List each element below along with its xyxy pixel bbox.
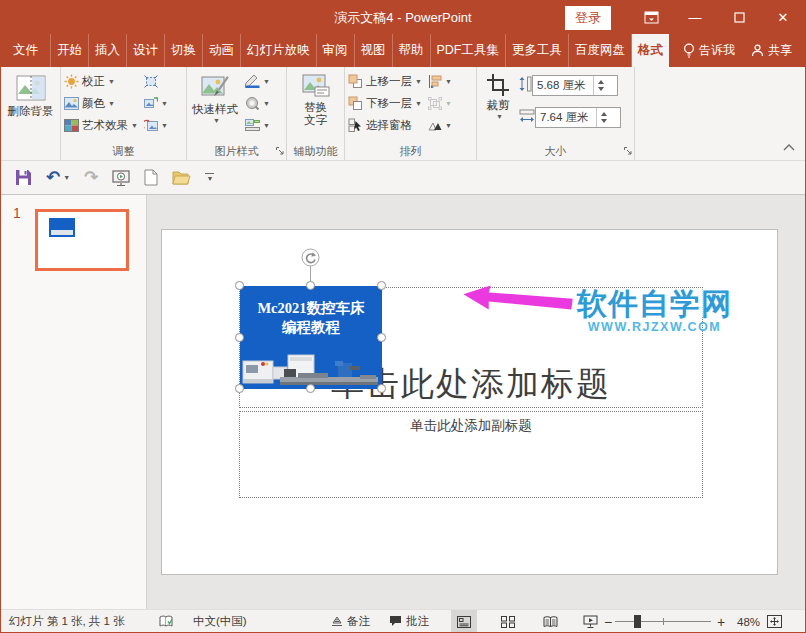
normal-view-button[interactable] — [451, 610, 477, 633]
open-folder-icon — [172, 170, 191, 185]
tab-transitions[interactable]: 切换 — [165, 34, 203, 67]
slideshow-play-icon — [112, 170, 130, 186]
resize-handle-bottom-center[interactable] — [306, 384, 315, 393]
reset-picture-button[interactable]: ▼ — [142, 114, 170, 136]
picture-layout-button[interactable]: ▼ — [243, 114, 272, 136]
slide-1-thumbnail[interactable] — [35, 209, 129, 271]
undo-button[interactable]: ↶▼ — [46, 170, 70, 186]
size-dialog-launcher-icon[interactable] — [624, 144, 632, 158]
tab-pdf-tools[interactable]: PDF工具集 — [431, 34, 507, 67]
ribbon-tab-row: 文件 开始 插入 设计 切换 动画 幻灯片放映 审阅 视图 帮助 PDF工具集 … — [1, 34, 805, 67]
zoom-percentage[interactable]: 48% — [737, 610, 760, 633]
thumbnail-picture — [49, 218, 75, 237]
close-button[interactable]: ✕ — [761, 1, 805, 34]
maximize-button[interactable] — [717, 1, 761, 34]
tab-more-tools[interactable]: 更多工具 — [506, 34, 569, 67]
picture-border-icon — [245, 74, 260, 88]
tab-design[interactable]: 设计 — [127, 34, 165, 67]
group-label-arrange: 排列 — [345, 144, 476, 159]
selected-picture[interactable]: Mc2021数控车床 编程教程 — [240, 286, 382, 389]
notes-button[interactable]: 备注 — [331, 610, 370, 633]
tab-baidu-netdisk[interactable]: 百度网盘 — [569, 34, 632, 67]
tab-home[interactable]: 开始 — [51, 34, 89, 67]
width-input[interactable] — [536, 111, 596, 123]
slideshow-view-button[interactable] — [577, 610, 603, 633]
customize-qat-icon[interactable]: ▼ — [205, 173, 214, 182]
ribbon-empty-space — [635, 67, 805, 160]
zoom-out-button[interactable]: − — [604, 610, 612, 633]
bring-forward-button[interactable]: 上移一层▼ — [347, 70, 422, 92]
resize-handle-middle-right[interactable] — [377, 333, 386, 342]
tab-view[interactable]: 视图 — [355, 34, 393, 67]
group-objects-icon — [428, 97, 442, 110]
artistic-effects-button[interactable]: 艺术效果▼ — [63, 114, 138, 136]
align-icon — [428, 75, 442, 88]
login-button[interactable]: 登录 — [565, 6, 611, 30]
zoom-slider-thumb[interactable] — [634, 615, 641, 628]
slide-number: 1 — [13, 205, 21, 221]
open-button[interactable] — [172, 170, 191, 185]
slide-sorter-view-button[interactable] — [495, 610, 521, 633]
zoom-in-button[interactable]: + — [717, 610, 725, 633]
new-document-button[interactable] — [144, 169, 158, 186]
picture-styles-dialog-launcher-icon[interactable] — [276, 144, 284, 158]
picture-border-button[interactable]: ▼ — [243, 70, 272, 92]
compress-picture-button[interactable] — [142, 70, 170, 92]
quick-styles-button[interactable]: 快速样式 ▼ — [189, 70, 241, 142]
notes-icon — [331, 615, 343, 628]
redo-button[interactable]: ↷ — [84, 170, 98, 186]
minimize-button[interactable]: — — [673, 1, 717, 34]
artistic-effects-icon — [63, 119, 79, 132]
width-spinner[interactable] — [596, 108, 610, 127]
bring-forward-icon — [347, 74, 363, 88]
tab-help[interactable]: 帮助 — [393, 34, 431, 67]
tab-animations[interactable]: 动画 — [203, 34, 241, 67]
resize-handle-top-center[interactable] — [306, 281, 315, 290]
height-spinner[interactable] — [593, 76, 607, 95]
shape-height-icon — [519, 76, 532, 95]
tab-file[interactable]: 文件 — [1, 34, 51, 67]
resize-handle-bottom-right[interactable] — [377, 384, 386, 393]
send-backward-icon — [347, 96, 363, 110]
collapse-ribbon-icon[interactable] — [783, 140, 795, 154]
start-from-beginning-button[interactable] — [112, 170, 130, 186]
resize-handle-bottom-left[interactable] — [235, 384, 244, 393]
align-button[interactable]: ▼ — [426, 70, 454, 92]
group-objects-button[interactable]: ▼ — [426, 92, 454, 114]
share-button[interactable]: 共享 — [743, 34, 800, 67]
subtitle-placeholder[interactable]: 单击此处添加副标题 — [239, 411, 703, 498]
height-input[interactable] — [533, 79, 593, 91]
selection-pane-button[interactable]: 选择窗格 — [347, 114, 422, 136]
spell-check-icon[interactable] — [159, 610, 174, 633]
rotation-handle[interactable] — [301, 248, 320, 270]
tell-me-box[interactable]: 告诉我 — [675, 34, 743, 67]
group-label-adjust: 调整 — [61, 144, 186, 159]
comments-button[interactable]: 批注 — [389, 610, 429, 633]
reading-view-button[interactable] — [537, 610, 563, 633]
send-backward-button[interactable]: 下移一层▼ — [347, 92, 422, 114]
logo-url-text: WWW.RJZXW.COM — [577, 321, 732, 334]
picture-effects-button[interactable]: ▼ — [243, 92, 272, 114]
corrections-button[interactable]: 校正▼ — [63, 70, 138, 92]
alt-text-button[interactable]: 替换 文字 — [289, 70, 342, 142]
remove-background-button[interactable]: 删除背景 — [3, 70, 58, 142]
save-button[interactable] — [15, 169, 32, 186]
language-indicator[interactable]: 中文(中国) — [193, 610, 247, 633]
resize-handle-top-right[interactable] — [377, 281, 386, 290]
color-button[interactable]: 颜色▼ — [63, 92, 138, 114]
tab-slideshow[interactable]: 幻灯片放映 — [241, 34, 317, 67]
change-picture-button[interactable]: ▼ — [142, 92, 170, 114]
rotate-button[interactable]: ▼ — [426, 114, 454, 136]
crop-button[interactable]: 裁剪 ▼ — [479, 70, 517, 142]
tab-format[interactable]: 格式 — [632, 34, 669, 67]
fit-to-window-icon[interactable] — [767, 610, 782, 633]
ribbon-display-options-icon[interactable] — [629, 1, 673, 34]
tab-review[interactable]: 审阅 — [317, 34, 355, 67]
rotate-icon — [428, 119, 442, 132]
slide-counter: 幻灯片 第 1 张, 共 1 张 — [9, 610, 125, 633]
resize-handle-top-left[interactable] — [235, 281, 244, 290]
tab-insert[interactable]: 插入 — [89, 34, 127, 67]
sun-icon — [63, 74, 79, 89]
group-label-picture-styles: 图片样式 — [187, 144, 286, 159]
resize-handle-middle-left[interactable] — [235, 333, 244, 342]
